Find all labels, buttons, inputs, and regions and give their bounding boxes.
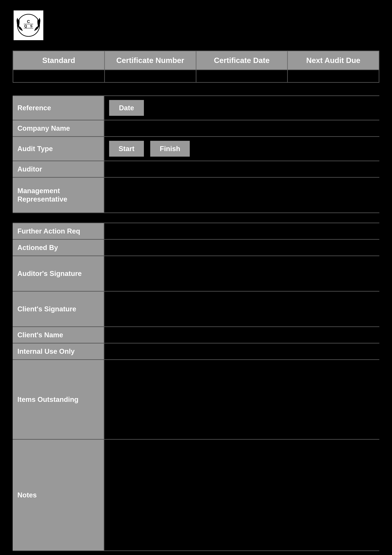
section-gap-1 [13, 216, 379, 223]
spacer [13, 554, 379, 555]
company-name-label: Company Name [13, 120, 104, 136]
management-rep-value [104, 178, 379, 212]
page: C Q S Standard Certificate Number Certif… [0, 0, 392, 555]
auditors-signature-label: Auditor's Signature [13, 256, 104, 291]
further-action-row: Further Action Req [13, 223, 379, 240]
auditor-label: Auditor [13, 161, 104, 177]
audit-type-label: Audit Type [13, 137, 104, 161]
header-table: Standard Certificate Number Certificate … [13, 51, 379, 83]
notes-value [104, 440, 379, 550]
svg-text:Q: Q [24, 24, 27, 28]
clients-name-value [104, 327, 379, 343]
date-box: Date [109, 100, 144, 116]
start-box: Start [109, 141, 144, 157]
internal-use-value [104, 343, 379, 359]
internal-use-row: Internal Use Only [13, 343, 379, 360]
management-rep-row: Management Representative [13, 178, 379, 213]
clients-signature-value [104, 292, 379, 326]
logo: C Q S [13, 9, 44, 41]
auditor-value [104, 161, 379, 177]
header-standard: Standard [13, 51, 105, 70]
clients-name-label: Client's Name [13, 327, 104, 343]
further-action-label: Further Action Req [13, 223, 104, 239]
auditors-signature-row: Auditor's Signature [13, 256, 379, 292]
fields-section-bottom: Further Action Req Actioned By Auditor's… [13, 223, 379, 551]
svg-point-0 [17, 14, 40, 37]
actioned-by-value [104, 240, 379, 256]
finish-box: Finish [150, 141, 190, 157]
svg-text:S: S [30, 24, 33, 28]
reference-label: Reference [13, 96, 104, 120]
actioned-by-row: Actioned By [13, 240, 379, 256]
audit-type-row: Audit Type Start Finish [13, 137, 379, 161]
items-outstanding-row: Items Outstanding [13, 360, 379, 440]
company-name-value [104, 120, 379, 136]
internal-use-label: Internal Use Only [13, 343, 104, 359]
auditor-row: Auditor [13, 161, 379, 178]
logo-area: C Q S [13, 9, 44, 41]
company-name-row: Company Name [13, 120, 379, 137]
clients-signature-row: Client's Signature [13, 292, 379, 327]
actioned-by-label: Actioned By [13, 240, 104, 256]
header-certificate-number: Certificate Number [105, 51, 196, 70]
auditors-signature-value [104, 256, 379, 291]
logo-svg: C Q S [14, 11, 43, 40]
items-outstanding-value [104, 360, 379, 439]
clients-signature-label: Client's Signature [13, 292, 104, 326]
clients-name-row: Client's Name [13, 327, 379, 343]
notes-row: Notes [13, 440, 379, 551]
items-outstanding-label: Items Outstanding [13, 360, 104, 439]
fields-section-top: Reference Date Company Name Audit Type S… [13, 95, 379, 213]
further-action-value [104, 223, 379, 239]
reference-value: Date [104, 96, 379, 120]
main-content: Reference Date Company Name Audit Type S… [13, 95, 379, 555]
management-rep-label: Management Representative [13, 178, 104, 212]
audit-type-value: Start Finish [104, 137, 379, 161]
reference-row: Reference Date [13, 95, 379, 120]
header-next-audit-due: Next Audit Due [287, 51, 379, 70]
notes-label: Notes [13, 440, 104, 550]
svg-text:C: C [27, 19, 30, 24]
header-certificate-date: Certificate Date [196, 51, 288, 70]
